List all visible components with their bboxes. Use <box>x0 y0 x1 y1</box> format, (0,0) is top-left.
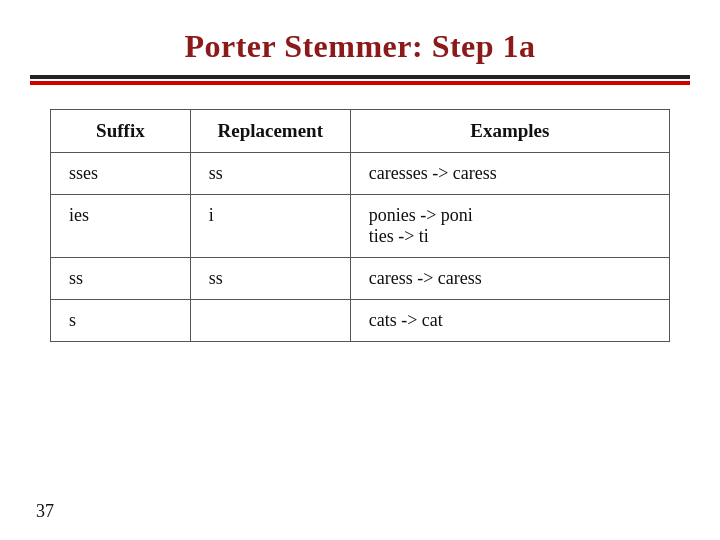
table-row: ss ss caress -> caress <box>51 258 670 300</box>
replacement-ss-1: ss <box>190 153 350 195</box>
table-row: ies i ponies -> poni ties -> ti <box>51 195 670 258</box>
header-examples: Examples <box>350 110 669 153</box>
table-row: s cats -> cat <box>51 300 670 342</box>
divider-black <box>30 75 690 79</box>
suffix-ss: ss <box>51 258 191 300</box>
suffix-sses: sses <box>51 153 191 195</box>
example-ponies: ponies -> poni <box>369 205 473 225</box>
page-number: 37 <box>36 501 54 522</box>
suffix-ies: ies <box>51 195 191 258</box>
page-title: Porter Stemmer: Step 1a <box>0 0 720 75</box>
stemmer-table: Suffix Replacement Examples sses ss care… <box>50 109 670 342</box>
examples-ies: ponies -> poni ties -> ti <box>350 195 669 258</box>
header-suffix: Suffix <box>51 110 191 153</box>
table-header-row: Suffix Replacement Examples <box>51 110 670 153</box>
example-ties: ties -> ti <box>369 226 429 246</box>
replacement-empty <box>190 300 350 342</box>
examples-ss: caress -> caress <box>350 258 669 300</box>
examples-s: cats -> cat <box>350 300 669 342</box>
replacement-i: i <box>190 195 350 258</box>
table-row: sses ss caresses -> caress <box>51 153 670 195</box>
suffix-s: s <box>51 300 191 342</box>
divider-red <box>30 81 690 85</box>
examples-sses: caresses -> caress <box>350 153 669 195</box>
replacement-ss-2: ss <box>190 258 350 300</box>
divider <box>30 75 690 85</box>
table-wrapper: Suffix Replacement Examples sses ss care… <box>50 109 670 342</box>
header-replacement: Replacement <box>190 110 350 153</box>
